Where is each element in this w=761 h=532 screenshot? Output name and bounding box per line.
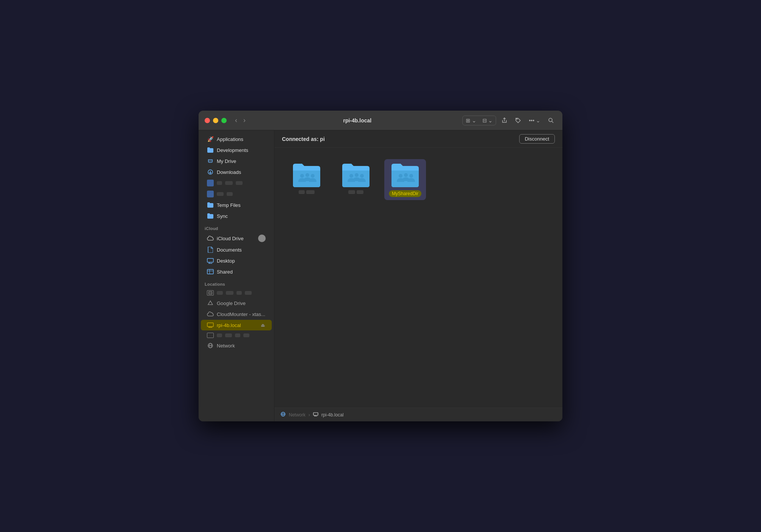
- status-bar: Network › rpi-4b.local: [274, 408, 562, 421]
- sidebar-blurred-monitor: [201, 331, 272, 340]
- network-globe-icon: [280, 412, 286, 418]
- sidebar-label-icloud-drive: iCloud Drive: [217, 236, 244, 241]
- title-bar: ‹ › rpi-4b.local ⊞ ⌄ ⊟ ⌄ ••• ⌄: [199, 111, 562, 130]
- monitor-icon: [207, 257, 214, 264]
- cloud-icon: [207, 235, 214, 242]
- main-content: 🚀 Applications Developments My Drive D: [199, 130, 562, 421]
- folder-icon-3: [390, 162, 420, 188]
- sidebar-item-my-drive[interactable]: My Drive: [201, 156, 272, 166]
- sidebar-item-temp-files[interactable]: Temp Files: [201, 200, 272, 210]
- drive-icon: [207, 158, 214, 164]
- traffic-lights: [205, 118, 227, 123]
- sidebar-item-google-drive[interactable]: Google Drive: [201, 298, 272, 308]
- svg-rect-22: [313, 413, 318, 415]
- locations-section-label: Locations: [199, 277, 274, 288]
- minimize-button[interactable]: [213, 118, 218, 123]
- icloud-status-dot: [258, 235, 266, 242]
- forward-button[interactable]: ›: [241, 115, 248, 126]
- sidebar-label-sync: Sync: [217, 213, 228, 219]
- sidebar-item-applications[interactable]: 🚀 Applications: [201, 134, 272, 144]
- folder-1-name-blurred: [299, 190, 315, 194]
- doc-icon: [207, 246, 214, 253]
- svg-point-0: [549, 118, 552, 122]
- svg-point-12: [311, 174, 315, 178]
- sidebar-label-applications: Applications: [217, 136, 243, 142]
- svg-point-15: [360, 174, 364, 178]
- cloudmounter-icon: [207, 311, 214, 318]
- folder-temp-icon: [207, 202, 214, 208]
- sidebar-label-downloads: Downloads: [217, 169, 241, 175]
- sidebar-item-shared[interactable]: Shared: [201, 266, 272, 277]
- folder-icon-2: [341, 162, 371, 188]
- svg-line-1: [552, 121, 553, 123]
- folder-2-name-blurred: [348, 190, 363, 194]
- icon-view-button[interactable]: ⊞ ⌄: [463, 116, 479, 125]
- svg-point-17: [404, 173, 408, 177]
- sidebar-label-temp-files: Temp Files: [217, 202, 241, 208]
- eject-button[interactable]: ⏏: [260, 322, 266, 329]
- sidebar-label-network: Network: [217, 343, 235, 349]
- sidebar-label-developments: Developments: [217, 147, 248, 153]
- sidebar-label-google-drive: Google Drive: [217, 300, 246, 306]
- folder-item-1[interactable]: [286, 159, 327, 200]
- grid-view-button[interactable]: ⊟ ⌄: [479, 116, 496, 125]
- svg-point-18: [409, 174, 413, 178]
- folder-item-myshareddir[interactable]: MySharedDir: [384, 159, 426, 200]
- rocket-icon: 🚀: [207, 136, 214, 142]
- sidebar-item-cloudmounter[interactable]: CloudMounter - xtas...: [201, 309, 272, 319]
- computer-icon: [207, 322, 214, 329]
- computer-small-icon: [313, 412, 318, 418]
- folder-sync-icon: [207, 213, 214, 219]
- maximize-button[interactable]: [221, 118, 227, 123]
- share-button[interactable]: [499, 116, 510, 125]
- content-area: Connected as: pi Disconnect: [274, 130, 562, 421]
- sidebar-blurred-computer[interactable]: [201, 288, 272, 297]
- svg-point-13: [349, 174, 353, 178]
- toolbar-actions: ⊞ ⌄ ⊟ ⌄ ••• ⌄: [462, 116, 556, 125]
- folder-item-2[interactable]: [335, 159, 377, 200]
- sidebar-item-icloud-drive[interactable]: iCloud Drive: [201, 233, 272, 244]
- connected-as-label: Connected as: pi: [282, 136, 325, 142]
- sidebar-label-shared: Shared: [217, 269, 233, 275]
- svg-point-16: [399, 174, 402, 178]
- sidebar-item-downloads[interactable]: Downloads: [201, 167, 272, 177]
- tag-button[interactable]: [513, 116, 523, 125]
- sidebar-item-sync[interactable]: Sync: [201, 211, 272, 221]
- svg-point-14: [355, 173, 359, 177]
- close-button[interactable]: [205, 118, 210, 123]
- sidebar-item-network[interactable]: Network: [201, 340, 272, 351]
- sidebar-label-desktop: Desktop: [217, 258, 235, 264]
- sidebar-blurred-1: [201, 178, 272, 188]
- search-button[interactable]: [546, 116, 556, 125]
- folder-icon: [207, 147, 214, 153]
- svg-point-11: [305, 173, 309, 177]
- sidebar-item-rpi-4b[interactable]: rpi-4b.local ⏏: [201, 320, 272, 330]
- sidebar: 🚀 Applications Developments My Drive D: [199, 130, 274, 421]
- window-title: rpi-4b.local: [252, 117, 462, 124]
- files-area: MySharedDir: [274, 148, 562, 408]
- sidebar-item-developments[interactable]: Developments: [201, 145, 272, 155]
- svg-point-10: [300, 174, 304, 178]
- svg-rect-6: [207, 323, 213, 327]
- finder-window: ‹ › rpi-4b.local ⊞ ⌄ ⊟ ⌄ ••• ⌄: [199, 111, 562, 421]
- view-toggle: ⊞ ⌄ ⊟ ⌄: [462, 116, 496, 125]
- folder-3-name: MySharedDir: [389, 190, 421, 197]
- download-icon: [207, 169, 214, 175]
- breadcrumb-current: rpi-4b.local: [321, 412, 344, 418]
- svg-rect-4: [207, 258, 213, 262]
- icloud-section-label: iCloud: [199, 222, 274, 232]
- nav-buttons: ‹ ›: [233, 115, 248, 126]
- breadcrumb-network: Network: [289, 412, 305, 418]
- breadcrumb-separator: ›: [308, 412, 310, 418]
- back-button[interactable]: ‹: [233, 115, 240, 126]
- sidebar-label-rpi-4b: rpi-4b.local: [217, 322, 241, 328]
- sidebar-item-desktop[interactable]: Desktop: [201, 255, 272, 266]
- sidebar-label-my-drive: My Drive: [217, 158, 236, 164]
- content-header: Connected as: pi Disconnect: [274, 130, 562, 148]
- globe-icon: [207, 342, 214, 349]
- google-drive-icon: [207, 300, 214, 307]
- sidebar-label-cloudmounter: CloudMounter - xtas...: [217, 311, 265, 317]
- disconnect-button[interactable]: Disconnect: [519, 134, 555, 144]
- sidebar-item-documents[interactable]: Documents: [201, 244, 272, 255]
- more-button[interactable]: ••• ⌄: [526, 116, 543, 125]
